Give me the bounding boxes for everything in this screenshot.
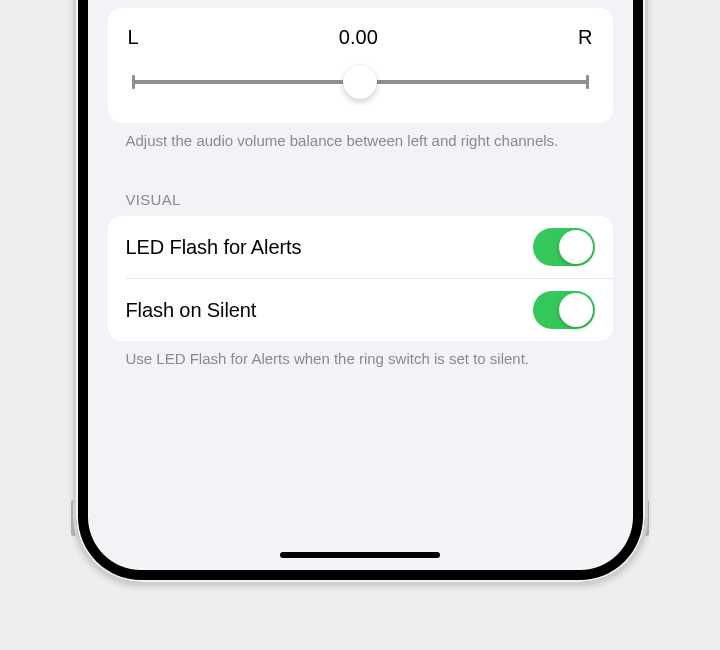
toggle-knob xyxy=(559,230,593,264)
led-flash-row: LED Flash for Alerts xyxy=(108,216,613,278)
balance-footer: Adjust the audio volume balance between … xyxy=(126,131,595,151)
home-indicator[interactable] xyxy=(280,552,440,558)
flash-on-silent-label: Flash on Silent xyxy=(126,299,257,322)
balance-labels-row: L 0.00 R xyxy=(128,26,593,49)
toggle-knob xyxy=(559,293,593,327)
phone-frame: BALANCE L 0.00 R Adjust the audio volume… xyxy=(73,0,648,585)
slider-thumb[interactable] xyxy=(343,65,377,99)
visual-section-header: VISUAL xyxy=(126,191,595,208)
led-flash-label: LED Flash for Alerts xyxy=(126,236,302,259)
visual-footer: Use LED Flash for Alerts when the ring s… xyxy=(126,349,595,369)
balance-left-label: L xyxy=(128,26,139,49)
visual-card: LED Flash for Alerts Flash on Silent xyxy=(108,216,613,341)
balance-slider[interactable] xyxy=(128,67,593,97)
balance-value: 0.00 xyxy=(339,26,378,49)
balance-card: L 0.00 R xyxy=(108,8,613,123)
flash-on-silent-toggle[interactable] xyxy=(533,291,595,329)
settings-screen: BALANCE L 0.00 R Adjust the audio volume… xyxy=(90,0,631,568)
flash-on-silent-row: Flash on Silent xyxy=(126,278,613,341)
led-flash-toggle[interactable] xyxy=(533,228,595,266)
balance-right-label: R xyxy=(578,26,592,49)
